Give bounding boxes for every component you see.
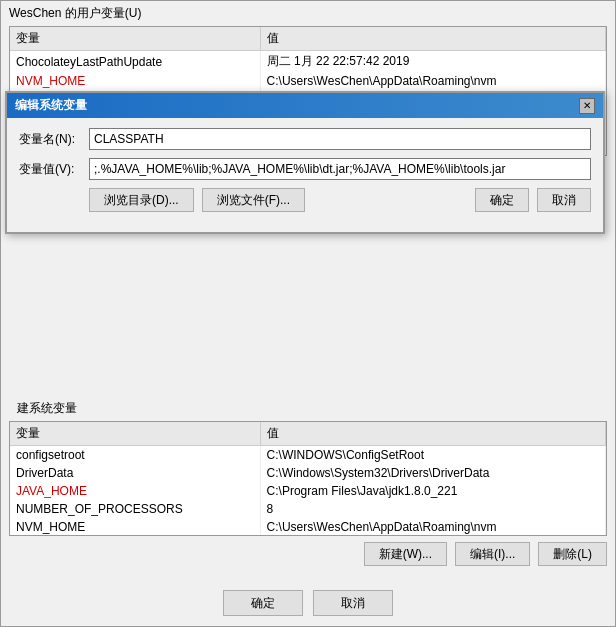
edit-system-var-dialog: 编辑系统变量 ✕ 变量名(N): 变量值(V): 浏览目录(D)... 浏览文件… xyxy=(5,91,605,234)
delete-sys-var-button[interactable]: 删除(L) xyxy=(538,542,607,566)
new-sys-var-button[interactable]: 新建(W)... xyxy=(364,542,447,566)
browse-file-button[interactable]: 浏览文件(F)... xyxy=(202,188,305,212)
inner-ok-button[interactable]: 确定 xyxy=(475,188,529,212)
table-row[interactable]: NVM_HOMEC:\Users\WesChen\AppData\Roaming… xyxy=(10,72,606,90)
inner-dialog-titlebar: 编辑系统变量 ✕ xyxy=(7,93,603,118)
user-col-value: 值 xyxy=(260,27,605,51)
sys-action-buttons: 新建(W)... 编辑(I)... 删除(L) xyxy=(9,542,607,566)
sys-col-value: 值 xyxy=(260,422,605,446)
close-button[interactable]: ✕ xyxy=(579,98,595,114)
inner-dialog-body: 变量名(N): 变量值(V): 浏览目录(D)... 浏览文件(F)... 确定… xyxy=(7,118,603,232)
user-col-name: 变量 xyxy=(10,27,260,51)
inner-cancel-button[interactable]: 取消 xyxy=(537,188,591,212)
table-row[interactable]: DriverDataC:\Windows\System32\Drivers\Dr… xyxy=(10,464,606,482)
user-section-header: WesChen 的用户变量(U) xyxy=(1,1,615,26)
table-row[interactable]: NVM_HOMEC:\Users\WesChen\AppData\Roaming… xyxy=(10,518,606,536)
sys-section-header: 建系统变量 xyxy=(9,396,607,421)
sys-vars-section: 建系统变量 变量 值 configsetrootC:\WINDOWS\Confi… xyxy=(9,396,607,566)
inner-dialog-title: 编辑系统变量 xyxy=(15,97,87,114)
sys-vars-table: 变量 值 configsetrootC:\WINDOWS\ConfigSetRo… xyxy=(10,422,606,536)
table-row[interactable]: ChocolateyLastPathUpdate周二 1月 22 22:57:4… xyxy=(10,51,606,73)
cancel-button[interactable]: 取消 xyxy=(313,590,393,616)
name-row: 变量名(N): xyxy=(19,128,591,150)
sys-vars-table-container[interactable]: 变量 值 configsetrootC:\WINDOWS\ConfigSetRo… xyxy=(9,421,607,536)
environment-variables-dialog: WesChen 的用户变量(U) 变量 值 ChocolateyLastPath… xyxy=(0,0,616,627)
edit-sys-var-button[interactable]: 编辑(I)... xyxy=(455,542,530,566)
ok-button[interactable]: 确定 xyxy=(223,590,303,616)
table-row[interactable]: configsetrootC:\WINDOWS\ConfigSetRoot xyxy=(10,446,606,465)
name-label: 变量名(N): xyxy=(19,131,89,148)
sys-col-name: 变量 xyxy=(10,422,260,446)
name-input[interactable] xyxy=(89,128,591,150)
bottom-buttons: 确定 取消 xyxy=(1,590,615,616)
browse-buttons: 浏览目录(D)... 浏览文件(F)... 确定 取消 xyxy=(19,188,591,212)
table-row[interactable]: NUMBER_OF_PROCESSORS8 xyxy=(10,500,606,518)
titlebar-controls: ✕ xyxy=(579,98,595,114)
value-label: 变量值(V): xyxy=(19,161,89,178)
value-input[interactable] xyxy=(89,158,591,180)
value-row: 变量值(V): xyxy=(19,158,591,180)
table-row[interactable]: JAVA_HOMEC:\Program Files\Java\jdk1.8.0_… xyxy=(10,482,606,500)
browse-dir-button[interactable]: 浏览目录(D)... xyxy=(89,188,194,212)
